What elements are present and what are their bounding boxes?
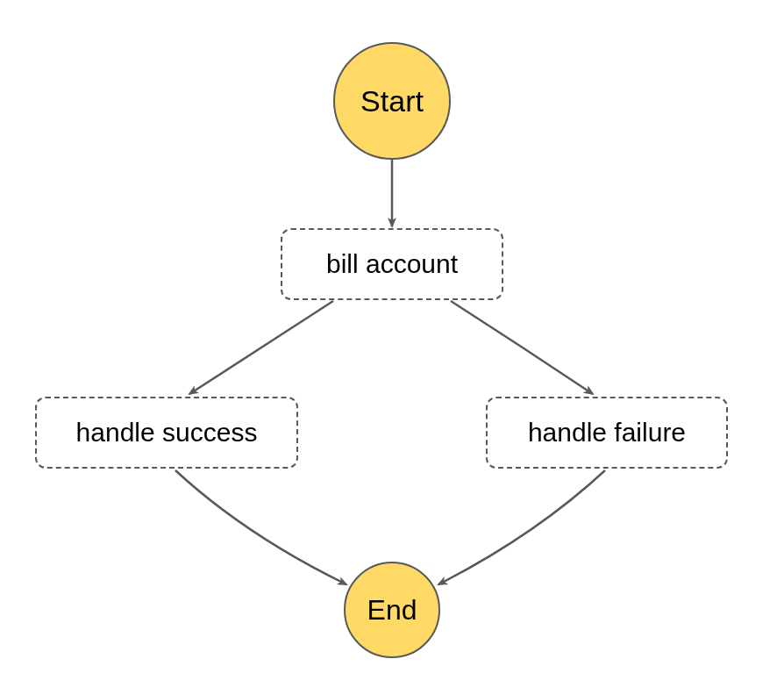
handle-success-label: handle success: [76, 418, 258, 448]
bill-account-label: bill account: [326, 249, 458, 279]
edge-bill-to-success: [189, 301, 333, 394]
edge-failure-to-end: [438, 470, 605, 584]
start-label: Start: [360, 84, 424, 118]
edge-success-to-end: [175, 470, 346, 584]
flowchart-canvas: Start bill account handle success handle…: [0, 0, 784, 695]
bill-account-node: bill account: [281, 228, 503, 300]
end-node: End: [344, 562, 440, 658]
handle-failure-label: handle failure: [528, 418, 686, 448]
handle-failure-node: handle failure: [486, 397, 728, 469]
edge-bill-to-failure: [451, 301, 593, 394]
end-label: End: [367, 594, 417, 627]
start-node: Start: [333, 42, 451, 160]
handle-success-node: handle success: [35, 397, 298, 469]
